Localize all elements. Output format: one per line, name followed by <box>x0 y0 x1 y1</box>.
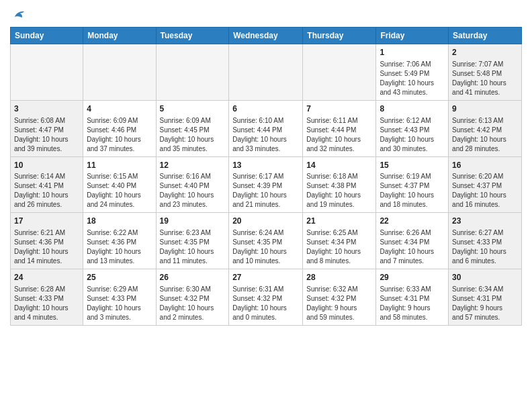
weekday-header-wednesday: Wednesday <box>229 28 303 44</box>
day-info: Sunrise: 6:19 AM Sunset: 4:37 PM Dayligh… <box>380 172 445 210</box>
day-info: Sunrise: 6:13 AM Sunset: 4:42 PM Dayligh… <box>452 116 518 154</box>
day-number: 16 <box>452 160 518 171</box>
day-info: Sunrise: 6:10 AM Sunset: 4:44 PM Dayligh… <box>232 116 299 154</box>
logo-bird-icon <box>12 7 27 21</box>
weekday-header-tuesday: Tuesday <box>156 28 229 44</box>
day-info: Sunrise: 6:30 AM Sunset: 4:32 PM Dayligh… <box>160 285 226 322</box>
calendar-day-cell: 3Sunrise: 6:08 AM Sunset: 4:47 PM Daylig… <box>11 100 83 156</box>
calendar-day-cell: 15Sunrise: 6:19 AM Sunset: 4:37 PM Dayli… <box>376 156 449 213</box>
calendar-day-cell: 14Sunrise: 6:18 AM Sunset: 4:38 PM Dayli… <box>303 156 376 213</box>
day-info: Sunrise: 6:21 AM Sunset: 4:36 PM Dayligh… <box>14 228 79 266</box>
day-number: 21 <box>306 216 372 227</box>
day-number: 5 <box>160 103 226 115</box>
calendar-day-cell <box>303 44 376 101</box>
day-number: 11 <box>87 160 152 171</box>
calendar-day-cell <box>229 44 303 101</box>
header-area <box>10 7 522 21</box>
calendar-day-cell: 13Sunrise: 6:17 AM Sunset: 4:39 PM Dayli… <box>229 156 303 213</box>
day-info: Sunrise: 6:17 AM Sunset: 4:39 PM Dayligh… <box>232 172 299 210</box>
calendar-day-cell: 22Sunrise: 6:26 AM Sunset: 4:34 PM Dayli… <box>376 213 449 269</box>
calendar-day-cell: 30Sunrise: 6:34 AM Sunset: 4:31 PM Dayli… <box>449 269 522 326</box>
calendar-day-cell: 2Sunrise: 7:07 AM Sunset: 5:48 PM Daylig… <box>449 44 522 101</box>
calendar-header-row: SundayMondayTuesdayWednesdayThursdayFrid… <box>11 28 522 44</box>
calendar-day-cell: 5Sunrise: 6:09 AM Sunset: 4:45 PM Daylig… <box>156 100 229 156</box>
calendar-day-cell: 12Sunrise: 6:16 AM Sunset: 4:40 PM Dayli… <box>156 156 229 213</box>
calendar-day-cell <box>11 44 83 101</box>
calendar-day-cell: 10Sunrise: 6:14 AM Sunset: 4:41 PM Dayli… <box>11 156 83 213</box>
calendar-day-cell: 6Sunrise: 6:10 AM Sunset: 4:44 PM Daylig… <box>229 100 303 156</box>
day-info: Sunrise: 6:31 AM Sunset: 4:32 PM Dayligh… <box>232 285 299 322</box>
day-number: 13 <box>232 160 299 171</box>
calendar-day-cell: 28Sunrise: 6:32 AM Sunset: 4:32 PM Dayli… <box>303 269 376 326</box>
day-info: Sunrise: 6:15 AM Sunset: 4:40 PM Dayligh… <box>87 172 152 210</box>
day-info: Sunrise: 6:11 AM Sunset: 4:44 PM Dayligh… <box>306 116 372 154</box>
day-number: 23 <box>452 216 518 227</box>
day-number: 22 <box>380 216 445 227</box>
calendar-day-cell: 11Sunrise: 6:15 AM Sunset: 4:40 PM Dayli… <box>83 156 156 213</box>
calendar-day-cell: 26Sunrise: 6:30 AM Sunset: 4:32 PM Dayli… <box>156 269 229 326</box>
day-number: 4 <box>87 103 152 115</box>
calendar-day-cell: 16Sunrise: 6:20 AM Sunset: 4:37 PM Dayli… <box>449 156 522 213</box>
day-info: Sunrise: 6:27 AM Sunset: 4:33 PM Dayligh… <box>452 228 518 266</box>
day-number: 8 <box>380 103 445 115</box>
day-number: 7 <box>306 103 372 115</box>
calendar-day-cell: 1Sunrise: 7:06 AM Sunset: 5:49 PM Daylig… <box>376 44 449 101</box>
weekday-header-thursday: Thursday <box>303 28 376 44</box>
day-number: 2 <box>452 47 518 58</box>
day-info: Sunrise: 6:22 AM Sunset: 4:36 PM Dayligh… <box>87 228 152 266</box>
calendar-week-row: 3Sunrise: 6:08 AM Sunset: 4:47 PM Daylig… <box>11 100 522 156</box>
main-container: SundayMondayTuesdayWednesdayThursdayFrid… <box>0 0 532 329</box>
calendar-day-cell <box>156 44 229 101</box>
day-info: Sunrise: 6:14 AM Sunset: 4:41 PM Dayligh… <box>14 172 79 210</box>
day-info: Sunrise: 6:26 AM Sunset: 4:34 PM Dayligh… <box>380 228 445 266</box>
day-info: Sunrise: 6:23 AM Sunset: 4:35 PM Dayligh… <box>160 228 226 266</box>
calendar-day-cell: 8Sunrise: 6:12 AM Sunset: 4:43 PM Daylig… <box>376 100 449 156</box>
calendar-day-cell: 20Sunrise: 6:24 AM Sunset: 4:35 PM Dayli… <box>229 213 303 269</box>
day-number: 26 <box>160 272 226 283</box>
weekday-header-monday: Monday <box>83 28 156 44</box>
calendar-week-row: 10Sunrise: 6:14 AM Sunset: 4:41 PM Dayli… <box>11 156 522 213</box>
day-number: 29 <box>380 272 445 283</box>
day-number: 14 <box>306 160 372 171</box>
day-info: Sunrise: 6:20 AM Sunset: 4:37 PM Dayligh… <box>452 172 518 210</box>
day-number: 6 <box>232 103 299 115</box>
day-info: Sunrise: 6:08 AM Sunset: 4:47 PM Dayligh… <box>14 116 79 154</box>
calendar-table: SundayMondayTuesdayWednesdayThursdayFrid… <box>10 27 522 326</box>
day-number: 27 <box>232 272 299 283</box>
day-info: Sunrise: 6:12 AM Sunset: 4:43 PM Dayligh… <box>380 116 445 154</box>
day-info: Sunrise: 6:18 AM Sunset: 4:38 PM Dayligh… <box>306 172 372 210</box>
weekday-header-saturday: Saturday <box>449 28 522 44</box>
day-info: Sunrise: 6:34 AM Sunset: 4:31 PM Dayligh… <box>452 285 518 322</box>
day-info: Sunrise: 7:07 AM Sunset: 5:48 PM Dayligh… <box>452 60 518 97</box>
day-number: 28 <box>306 272 372 283</box>
calendar-day-cell: 23Sunrise: 6:27 AM Sunset: 4:33 PM Dayli… <box>449 213 522 269</box>
logo <box>10 7 27 21</box>
calendar-day-cell: 18Sunrise: 6:22 AM Sunset: 4:36 PM Dayli… <box>83 213 156 269</box>
calendar-day-cell: 4Sunrise: 6:09 AM Sunset: 4:46 PM Daylig… <box>83 100 156 156</box>
day-number: 1 <box>380 47 445 58</box>
calendar-day-cell: 9Sunrise: 6:13 AM Sunset: 4:42 PM Daylig… <box>449 100 522 156</box>
day-info: Sunrise: 6:29 AM Sunset: 4:33 PM Dayligh… <box>87 285 152 322</box>
day-info: Sunrise: 6:16 AM Sunset: 4:40 PM Dayligh… <box>160 172 226 210</box>
calendar-day-cell: 17Sunrise: 6:21 AM Sunset: 4:36 PM Dayli… <box>11 213 83 269</box>
day-info: Sunrise: 6:32 AM Sunset: 4:32 PM Dayligh… <box>306 285 372 322</box>
day-number: 3 <box>14 103 79 115</box>
day-number: 15 <box>380 160 445 171</box>
day-number: 30 <box>452 272 518 283</box>
calendar-day-cell: 19Sunrise: 6:23 AM Sunset: 4:35 PM Dayli… <box>156 213 229 269</box>
day-info: Sunrise: 6:09 AM Sunset: 4:46 PM Dayligh… <box>87 116 152 154</box>
day-info: Sunrise: 7:06 AM Sunset: 5:49 PM Dayligh… <box>380 60 445 97</box>
day-number: 10 <box>14 160 79 171</box>
calendar-day-cell: 29Sunrise: 6:33 AM Sunset: 4:31 PM Dayli… <box>376 269 449 326</box>
calendar-day-cell: 7Sunrise: 6:11 AM Sunset: 4:44 PM Daylig… <box>303 100 376 156</box>
day-info: Sunrise: 6:28 AM Sunset: 4:33 PM Dayligh… <box>14 285 79 322</box>
calendar-day-cell: 27Sunrise: 6:31 AM Sunset: 4:32 PM Dayli… <box>229 269 303 326</box>
calendar-week-row: 17Sunrise: 6:21 AM Sunset: 4:36 PM Dayli… <box>11 213 522 269</box>
day-number: 19 <box>160 216 226 227</box>
day-info: Sunrise: 6:24 AM Sunset: 4:35 PM Dayligh… <box>232 228 299 266</box>
day-info: Sunrise: 6:33 AM Sunset: 4:31 PM Dayligh… <box>380 285 445 322</box>
day-info: Sunrise: 6:09 AM Sunset: 4:45 PM Dayligh… <box>160 116 226 154</box>
day-number: 25 <box>87 272 152 283</box>
weekday-header-friday: Friday <box>376 28 449 44</box>
day-number: 18 <box>87 216 152 227</box>
